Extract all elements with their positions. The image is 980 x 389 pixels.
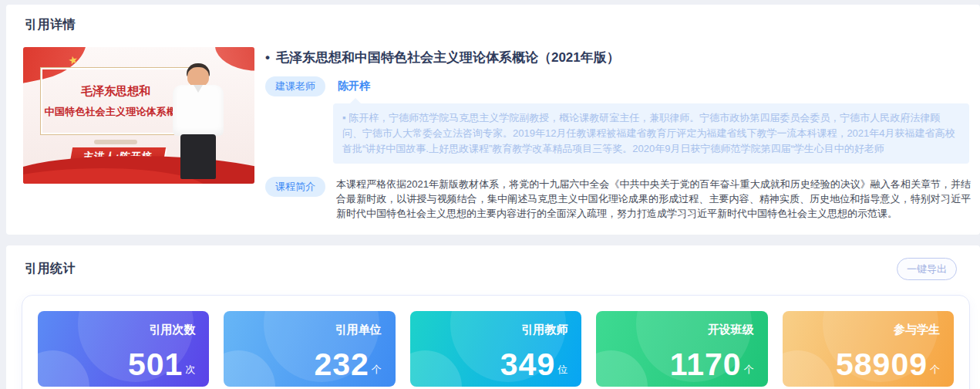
course-info-column: • 毛泽东思想和中国特色社会主义理论体系概论（2021年版） 建课老师 陈开梓 … <box>254 47 971 221</box>
stat-value: 349 <box>500 349 555 381</box>
teacher-row: 建课老师 陈开梓 <box>265 76 971 96</box>
stat-unit: 个 <box>930 363 940 377</box>
citation-stats-panel: 引用统计 一键导出 引用次数 501 次 引用单位 232 个 引用教师 <box>6 245 980 389</box>
star-icon: ★ <box>67 53 79 67</box>
stat-value-row: 1170 个 <box>670 349 754 381</box>
citation-detail-title: 引用详情 <box>25 17 971 33</box>
stat-card-citations: 引用次数 501 次 <box>38 311 209 387</box>
citation-detail-panel: 引用详情 ★ 毛泽东思想和 中国特色社会主义理论体系概论 主讲人:陈开梓 <box>6 5 980 235</box>
stat-unit: 个 <box>372 363 382 377</box>
citation-stats-title: 引用统计 <box>25 261 76 277</box>
course-title-row: • 毛泽东思想和中国特色社会主义理论体系概论（2021年版） <box>265 49 971 66</box>
stat-value: 232 <box>314 349 369 381</box>
bullet-icon: • <box>265 50 270 66</box>
course-intro-text: 本课程严格依据2021年新版教材体系，将党的十九届六中全会《中共中央关于党的百年… <box>336 177 971 221</box>
stat-value: 501 <box>128 349 183 381</box>
circle-decoration <box>224 350 275 387</box>
export-button[interactable]: 一键导出 <box>897 258 957 280</box>
stat-card-students: 参与学生 58909 个 <box>783 311 954 387</box>
stat-unit: 次 <box>185 363 195 377</box>
detail-body: ★ 毛泽东思想和 中国特色社会主义理论体系概论 主讲人:陈开梓 • <box>19 47 971 221</box>
stat-card-citing-units: 引用单位 232 个 <box>224 311 395 387</box>
stat-unit: 位 <box>557 363 567 377</box>
course-intro-badge: 课程简介 <box>265 177 325 197</box>
stat-value: 58909 <box>836 349 928 381</box>
stat-label: 引用次数 <box>149 323 195 337</box>
circle-decoration <box>38 350 89 387</box>
presenter-pants <box>180 134 216 179</box>
stat-card-citing-teachers: 引用教师 349 位 <box>410 311 581 387</box>
circle-decoration <box>596 350 648 387</box>
teacher-badge: 建课老师 <box>265 76 325 96</box>
stat-value-row: 349 位 <box>500 349 567 381</box>
stats-cards-container: 引用次数 501 次 引用单位 232 个 引用教师 349 位 <box>22 295 970 389</box>
thumbnail-watermark <box>94 140 137 144</box>
presenter-figure <box>163 63 233 179</box>
stat-label: 开设班级 <box>708 323 754 337</box>
course-title: 毛泽东思想和中国特色社会主义理论体系概论（2021年版） <box>276 49 620 66</box>
stats-header-row: 引用统计 一键导出 <box>15 258 980 280</box>
circle-decoration <box>410 350 462 387</box>
stat-card-classes: 开设班级 1170 个 <box>596 311 767 387</box>
circle-decoration <box>783 350 834 387</box>
stat-value-row: 232 个 <box>314 349 381 381</box>
stat-value: 1170 <box>670 349 742 381</box>
stat-label: 参与学生 <box>894 323 940 337</box>
stat-value-row: 501 次 <box>128 349 195 381</box>
stat-label: 引用教师 <box>521 323 567 337</box>
stat-value-row: 58909 个 <box>836 349 940 381</box>
teacher-bio-tooltip: ▪ 陈开梓，宁德师范学院马克思主义学院副教授，概论课教研室主任，兼职律师。宁德市… <box>333 103 969 164</box>
stat-label: 引用单位 <box>335 323 382 337</box>
teacher-name-link[interactable]: 陈开梓 <box>338 79 370 93</box>
course-intro-row: 课程简介 本课程严格依据2021年新版教材体系，将党的十九届六中全会《中共中央关… <box>265 177 971 221</box>
stat-unit: 个 <box>744 363 754 377</box>
course-video-thumbnail[interactable]: ★ 毛泽东思想和 中国特色社会主义理论体系概论 主讲人:陈开梓 <box>23 47 254 184</box>
